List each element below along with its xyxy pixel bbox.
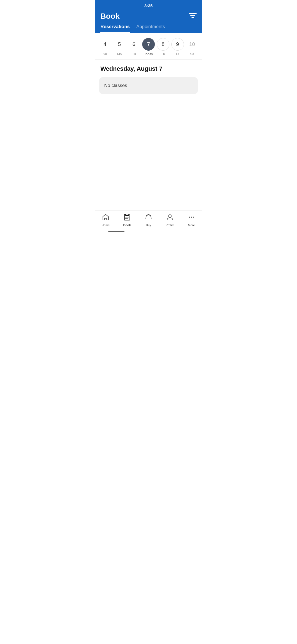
svg-point-7	[169, 215, 171, 217]
profile-icon	[166, 214, 174, 222]
day-item-fri[interactable]: 9 Fr	[171, 38, 184, 56]
svg-point-9	[191, 217, 192, 218]
day-number-thu: 8	[157, 38, 169, 51]
svg-rect-2	[191, 17, 194, 18]
svg-point-8	[189, 217, 190, 218]
nav-item-buy[interactable]: Buy	[138, 214, 159, 227]
book-icon	[123, 214, 131, 222]
nav-active-indicator	[108, 231, 125, 232]
svg-rect-0	[189, 13, 197, 14]
no-classes-card: No classes	[99, 77, 198, 94]
home-icon	[102, 214, 109, 222]
nav-item-profile[interactable]: Profile	[159, 214, 181, 227]
day-item-tue[interactable]: 6 Tu	[128, 38, 140, 56]
nav-label-book: Book	[123, 223, 131, 227]
day-label-mon: Mo	[117, 52, 122, 56]
tab-appointments[interactable]: Appointments	[136, 24, 165, 33]
bottom-nav: Home Book Buy Profile	[95, 211, 202, 232]
svg-rect-1	[190, 15, 195, 16]
day-label-sun: Su	[103, 52, 107, 56]
status-bar: 3:35	[95, 0, 202, 9]
day-item-sat[interactable]: 10 Sa	[186, 38, 198, 56]
day-label-tue: Tu	[132, 52, 136, 56]
status-time: 3:35	[144, 3, 153, 8]
page-title: Book	[100, 12, 120, 21]
day-item-sun[interactable]: 4 Su	[98, 38, 111, 56]
day-number-tue: 6	[128, 38, 140, 51]
day-item-today[interactable]: 7 Today	[142, 38, 155, 56]
nav-item-home[interactable]: Home	[95, 214, 116, 227]
svg-rect-4	[125, 214, 129, 215]
nav-label-buy: Buy	[146, 223, 151, 227]
header: Book	[95, 9, 202, 21]
tab-reservations[interactable]: Reservations	[100, 24, 130, 33]
nav-item-more[interactable]: More	[181, 214, 202, 227]
day-label-sat: Sa	[190, 52, 194, 56]
day-label-fri: Fr	[176, 52, 179, 56]
day-item-mon[interactable]: 5 Mo	[113, 38, 126, 56]
more-icon	[188, 214, 195, 222]
nav-label-profile: Profile	[166, 223, 174, 227]
selected-date-heading: Wednesday, August 7	[95, 60, 202, 76]
main-content: 4 Su 5 Mo 6 Tu 7 Today 8 Th	[95, 33, 202, 94]
day-number-sat: 10	[186, 38, 198, 51]
svg-point-10	[193, 217, 194, 218]
day-item-thu[interactable]: 8 Th	[157, 38, 169, 56]
day-number-today: 7	[142, 38, 155, 51]
day-number-sun: 4	[98, 38, 111, 51]
filter-icon[interactable]	[189, 12, 197, 20]
week-selector: 4 Su 5 Mo 6 Tu 7 Today 8 Th	[95, 33, 202, 60]
nav-label-more: More	[188, 223, 195, 227]
no-classes-text: No classes	[104, 83, 127, 88]
buy-icon	[145, 214, 152, 222]
tabs-container: Reservations Appointments	[95, 21, 202, 33]
day-number-fri: 9	[171, 38, 184, 51]
day-label-today: Today	[144, 52, 153, 56]
day-number-mon: 5	[113, 38, 126, 51]
nav-label-home: Home	[101, 223, 109, 227]
day-label-thu: Th	[161, 52, 165, 56]
nav-item-book[interactable]: Book	[116, 214, 138, 227]
